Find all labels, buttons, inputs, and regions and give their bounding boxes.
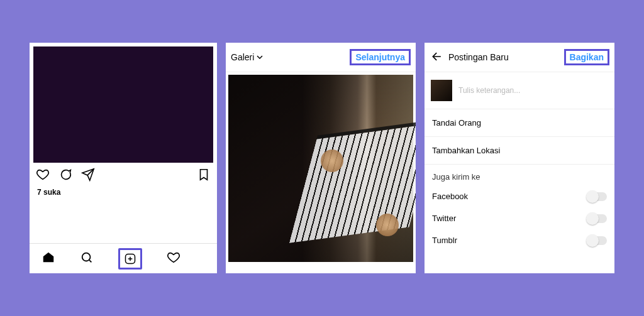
search-icon [80,251,94,264]
heart-icon [167,251,180,264]
caption-row [425,72,614,109]
post-actions-bar [30,163,217,187]
arrow-left-icon [431,50,443,63]
comment-icon [58,168,72,182]
gallery-source-label: Galeri [231,52,254,62]
post-media[interactable] [33,46,213,163]
share-row-twitter: Twitter [425,207,614,229]
caret-down-icon [257,54,263,60]
tag-people-item[interactable]: Tandai Orang [425,109,614,137]
new-post-panel: Postingan Baru Bagikan Tandai Orang Tamb… [425,43,614,273]
like-button[interactable] [36,168,50,184]
toggle-facebook[interactable] [587,192,607,201]
back-button[interactable] [430,50,448,65]
new-post-header: Postingan Baru Bagikan [425,43,614,72]
heart-icon [36,168,50,182]
likes-count[interactable]: 7 suka [30,187,217,198]
add-location-item[interactable]: Tambahkan Lokasi [425,137,614,165]
svg-point-0 [82,253,91,261]
share-button[interactable]: Bagikan [564,49,609,65]
share-target-label: Tumblr [432,236,457,245]
gallery-source-dropdown[interactable]: Galeri [231,52,263,62]
tab-activity[interactable] [167,251,180,267]
caption-input[interactable] [458,86,608,95]
also-send-label: Juga kirim ke [425,165,614,185]
hand-illustration [376,214,399,236]
next-button[interactable]: Selanjutnya [350,49,411,65]
home-icon [42,251,55,264]
gallery-panel: Galeri Selanjutnya [226,43,416,273]
toggle-tumblr[interactable] [587,236,607,245]
share-row-facebook: Facebook [425,185,614,207]
send-icon [81,168,95,182]
bottom-nav [30,243,217,273]
gallery-header: Galeri Selanjutnya [226,43,416,72]
hand-illustration [321,150,343,172]
new-post-title: Postingan Baru [448,52,509,62]
share-button[interactable] [81,168,95,184]
comment-button[interactable] [58,168,72,184]
bookmark-icon [197,168,211,182]
feed-panel: 7 suka [30,43,217,273]
tab-add-post[interactable] [118,248,142,270]
save-button[interactable] [197,168,211,184]
tab-search[interactable] [80,251,94,267]
tab-home[interactable] [42,251,55,267]
share-target-label: Facebook [432,192,468,201]
post-thumbnail[interactable] [431,80,452,101]
toggle-twitter[interactable] [587,214,607,223]
share-target-label: Twitter [432,214,456,223]
selected-media-preview[interactable] [228,75,413,262]
plus-square-icon [124,253,136,265]
share-row-tumblr: Tumblr [425,229,614,251]
